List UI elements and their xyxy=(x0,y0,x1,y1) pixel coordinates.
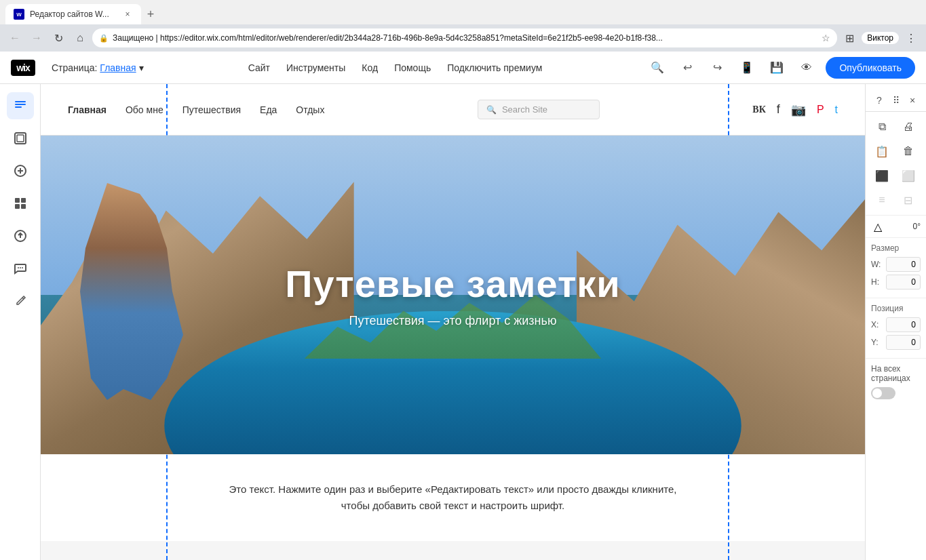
page-name[interactable]: Главная xyxy=(100,62,136,73)
all-pages-label: На всех страницах xyxy=(871,364,921,383)
y-input[interactable] xyxy=(886,335,921,350)
user-menu[interactable]: Виктор xyxy=(862,32,899,44)
right-panel-header: ? ⠿ × xyxy=(866,89,926,112)
home-button[interactable]: ⌂ xyxy=(71,28,90,47)
delete-button[interactable]: 🗑 xyxy=(898,140,919,162)
more-button[interactable]: ⋮ xyxy=(902,28,921,47)
search-placeholder: Search Site xyxy=(502,104,547,115)
x-label: X: xyxy=(871,320,882,329)
bookmark-icon: ☆ xyxy=(822,33,830,43)
align-right-button[interactable]: ⬜ xyxy=(898,165,919,186)
nav-item-food[interactable]: Еда xyxy=(260,104,277,115)
add-tool[interactable] xyxy=(7,157,34,184)
menu-item-help[interactable]: Помощь xyxy=(394,62,431,73)
close-panel-button[interactable]: × xyxy=(904,92,921,108)
new-tab-button[interactable]: + xyxy=(141,5,160,24)
nav-item-home[interactable]: Главная xyxy=(68,104,107,115)
hero-section: Путевые заметки Путешествия — это флирт … xyxy=(41,136,865,454)
svg-rect-1 xyxy=(15,104,26,105)
grid-icon[interactable]: ⠿ xyxy=(888,92,904,108)
hero-content: Путевые заметки Путешествия — это флирт … xyxy=(41,136,865,454)
size-label: Размер xyxy=(871,243,921,253)
height-label: H: xyxy=(871,277,882,287)
search-icon: 🔍 xyxy=(486,105,497,115)
left-toolbar xyxy=(0,84,41,560)
redo-button[interactable]: ↪ xyxy=(706,57,728,79)
site-nav: Главная Обо мне Путешествия Еда Отдых xyxy=(68,104,324,115)
apps-tool[interactable] xyxy=(7,190,34,217)
forward-button[interactable]: → xyxy=(27,28,46,47)
svg-rect-8 xyxy=(15,198,20,203)
undo-button[interactable]: ↩ xyxy=(676,57,698,79)
paste-button[interactable]: 📋 xyxy=(871,140,893,162)
svg-rect-2 xyxy=(15,106,22,108)
panel-actions: ⧉ 🖨 📋 🗑 ⬛ ⬜ ≡ ⊟ xyxy=(866,112,926,216)
editor-body: Главная Обо мне Путешествия Еда Отдых 🔍 … xyxy=(0,84,926,560)
toolbar-right: 🔍 ↩ ↪ 📱 💾 👁 Опубликовать xyxy=(647,57,915,79)
canvas-area[interactable]: Главная Обо мне Путешествия Еда Отдых 🔍 … xyxy=(41,84,865,560)
pen-tool[interactable] xyxy=(7,287,34,315)
width-input[interactable] xyxy=(886,257,921,272)
angle-section: △ 0° xyxy=(866,216,926,238)
nav-item-travel[interactable]: Путешествия xyxy=(182,104,241,115)
page-selector[interactable]: Страница: Главная ▾ xyxy=(52,62,144,73)
wix-logo-image: wix xyxy=(11,60,35,76)
angle-value[interactable]: 0° xyxy=(913,222,921,231)
menu-item-premium[interactable]: Подключить премиум xyxy=(447,62,542,73)
position-section: Позиция X: Y: xyxy=(866,298,926,358)
all-pages-toggle[interactable] xyxy=(871,387,895,399)
page-selector-chevron[interactable]: ▾ xyxy=(139,62,144,73)
twitter-icon[interactable]: t xyxy=(835,104,838,116)
reload-button[interactable]: ↻ xyxy=(49,28,68,47)
back-button[interactable]: ← xyxy=(5,28,24,47)
zoom-button[interactable]: 🔍 xyxy=(647,57,668,79)
x-input[interactable] xyxy=(886,317,921,332)
menu-item-tools[interactable]: Инструменты xyxy=(286,62,345,73)
distribute-h-button[interactable]: ≡ xyxy=(871,189,893,211)
help-icon[interactable]: ? xyxy=(871,92,887,108)
position-label: Позиция xyxy=(871,304,921,313)
pinterest-icon[interactable]: P xyxy=(817,104,824,116)
facebook-icon[interactable]: f xyxy=(777,102,780,117)
blog-tool[interactable] xyxy=(7,92,34,119)
tab-favicon: W xyxy=(14,9,24,20)
section-tool[interactable] xyxy=(7,125,34,152)
save-button[interactable]: 💾 xyxy=(766,57,788,79)
menu-item-site[interactable]: Сайт xyxy=(248,62,270,73)
angle-icon: △ xyxy=(871,220,885,233)
print-button[interactable]: 🖨 xyxy=(898,116,919,138)
right-panel: ? ⠿ × ⧉ 🖨 📋 🗑 ⬛ ⬜ ≡ ⊟ △ 0° Размер xyxy=(865,84,926,560)
device-toggle-button[interactable]: 📱 xyxy=(736,57,758,79)
hero-title: Путевые заметки xyxy=(285,262,621,306)
svg-point-16 xyxy=(22,267,23,268)
tab-close-button[interactable]: × xyxy=(122,9,133,20)
nav-right-controls: ⊞ Виктор ⋮ xyxy=(840,28,921,47)
align-left-button[interactable]: ⬛ xyxy=(871,165,893,186)
content-area: Это текст. Нажмите один раз и выберите «… xyxy=(41,454,865,541)
preview-button[interactable]: 👁 xyxy=(796,57,817,79)
site-social: ВК f 📷 P t xyxy=(752,102,838,117)
menu-item-code[interactable]: Код xyxy=(362,62,378,73)
address-bar[interactable]: 🔒 Защищено | https://editor.wix.com/html… xyxy=(92,28,837,47)
svg-rect-0 xyxy=(15,101,26,102)
nav-item-rest[interactable]: Отдых xyxy=(296,104,324,115)
height-input[interactable] xyxy=(886,275,921,289)
instagram-icon[interactable]: 📷 xyxy=(791,102,806,117)
address-text: Защищено | https://editor.wix.com/html/e… xyxy=(113,33,817,43)
upload-tool[interactable] xyxy=(7,222,34,249)
vk-icon[interactable]: ВК xyxy=(752,104,766,115)
distribute-v-button[interactable]: ⊟ xyxy=(898,189,919,211)
browser-tab[interactable]: W Редактор сайтов W... × xyxy=(5,4,141,24)
site-header: Главная Обо мне Путешествия Еда Отдых 🔍 … xyxy=(41,84,865,136)
all-pages-section: На всех страницах xyxy=(866,358,926,405)
browser-chrome: W Редактор сайтов W... × + ← → ↻ ⌂ 🔒 Защ… xyxy=(0,0,926,52)
extensions-button[interactable]: ⊞ xyxy=(840,28,859,47)
lock-icon: 🔒 xyxy=(99,34,109,43)
site-preview: Главная Обо мне Путешествия Еда Отдых 🔍 … xyxy=(41,84,865,560)
wix-logo: wix xyxy=(11,60,35,76)
publish-button[interactable]: Опубликовать xyxy=(826,57,915,79)
chat-tool[interactable] xyxy=(7,255,34,282)
copy-button[interactable]: ⧉ xyxy=(871,116,893,138)
nav-item-about[interactable]: Обо мне xyxy=(126,104,163,115)
site-search[interactable]: 🔍 Search Site xyxy=(478,100,600,119)
